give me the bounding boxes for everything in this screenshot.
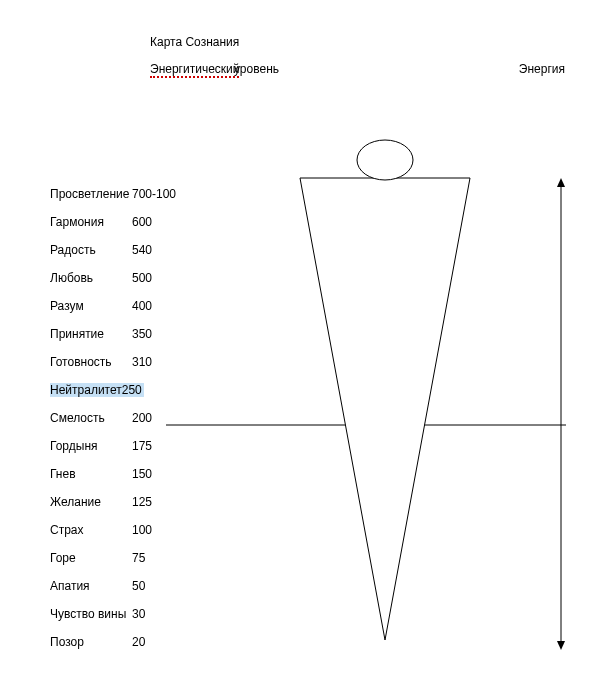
level-row: Принятие350 [50, 320, 192, 348]
level-label: Гордыня [50, 439, 132, 453]
level-value: 400 [132, 299, 192, 313]
level-value: 500 [132, 271, 192, 285]
level-value: 700-100 [132, 187, 192, 201]
level-label: Гармония [50, 215, 132, 229]
level-value: 20 [132, 635, 192, 649]
svg-marker-4 [557, 178, 565, 187]
level-row: Страх100 [50, 516, 192, 544]
level-value: 30 [132, 607, 192, 621]
level-value: 75 [132, 551, 192, 565]
level-value: 125 [132, 495, 192, 509]
level-value: 350 [132, 327, 192, 341]
level-row: Гордыня175 [50, 432, 192, 460]
level-label: Чувство вины [50, 607, 132, 621]
level-label: Нейтралитет [50, 383, 122, 397]
level-row: Горе75 [50, 544, 192, 572]
levels-list: Просветление700-100Гармония600Радость540… [50, 180, 192, 656]
level-value: 100 [132, 523, 192, 537]
level-row: Смелость200 [50, 404, 192, 432]
subtitle-energy-level-rest: уровень [234, 62, 279, 76]
level-row: Гнев150 [50, 460, 192, 488]
level-label: Любовь [50, 271, 132, 285]
level-value: 540 [132, 243, 192, 257]
level-label: Радость [50, 243, 132, 257]
page-title: Карта Сознания [150, 35, 239, 49]
level-label: Готовность [50, 355, 132, 369]
level-row: Просветление700-100 [50, 180, 192, 208]
level-label: Желание [50, 495, 132, 509]
level-row: Гармония600 [50, 208, 192, 236]
level-row: Нейтралитет250 [50, 376, 192, 404]
level-row: Чувство вины30 [50, 600, 192, 628]
subtitle-energy: Энергия [519, 62, 565, 76]
svg-point-2 [357, 140, 413, 180]
level-row: Готовность310 [50, 348, 192, 376]
subtitle-energy-level-underlined: Энергитический [150, 62, 239, 78]
level-row: Разум400 [50, 292, 192, 320]
level-value: 50 [132, 579, 192, 593]
level-label: Горе [50, 551, 132, 565]
highlighted-level: Нейтралитет250 [50, 383, 144, 397]
level-label: Смелость [50, 411, 132, 425]
level-row: Позор20 [50, 628, 192, 656]
level-label: Разум [50, 299, 132, 313]
svg-marker-5 [557, 641, 565, 650]
level-value: 250 [122, 383, 142, 397]
level-value: 310 [132, 355, 192, 369]
level-value: 600 [132, 215, 192, 229]
level-label: Страх [50, 523, 132, 537]
level-row: Апатия50 [50, 572, 192, 600]
energy-arrow [555, 178, 567, 650]
level-label: Позор [50, 635, 132, 649]
level-label: Апатия [50, 579, 132, 593]
svg-marker-1 [300, 178, 470, 640]
level-value: 175 [132, 439, 192, 453]
level-row: Желание125 [50, 488, 192, 516]
level-label: Просветление [50, 187, 132, 201]
level-label: Принятие [50, 327, 132, 341]
level-label: Гнев [50, 467, 132, 481]
level-value: 200 [132, 411, 192, 425]
level-row: Любовь500 [50, 264, 192, 292]
level-value: 150 [132, 467, 192, 481]
level-row: Радость540 [50, 236, 192, 264]
